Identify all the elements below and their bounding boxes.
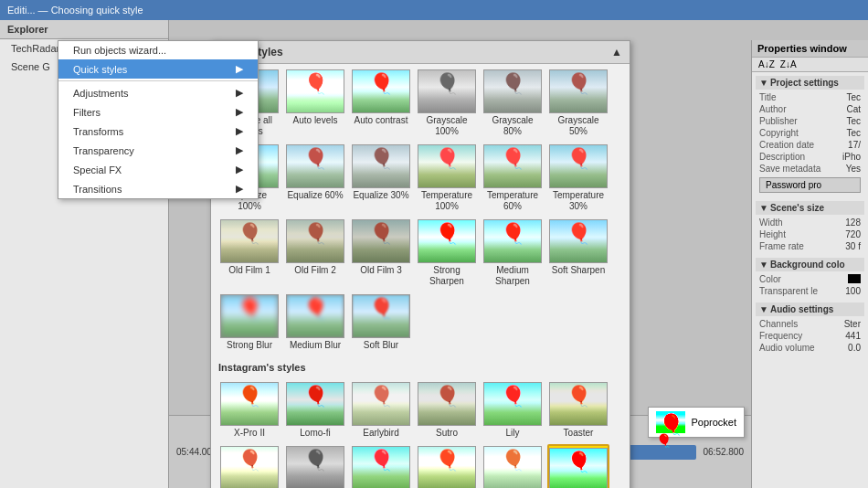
qs-label-soft-sharpen: Soft Sharpen xyxy=(552,265,605,276)
context-menu-item-filters[interactable]: Filters ▶ xyxy=(58,102,258,122)
qs-item-hefe[interactable]: Hefe xyxy=(416,444,478,488)
qs-label-grayscale100: Grayscale 100% xyxy=(418,115,476,137)
prop-label-copyright: Copyright xyxy=(759,128,799,138)
tooltip-label: Poprocket xyxy=(691,417,736,428)
qs-label-lomo-fi: Lomo-fi xyxy=(300,428,330,439)
prop-row-width: Width 128 xyxy=(756,217,864,228)
qs-item-toaster[interactable]: Toaster xyxy=(547,380,609,440)
qs-item-oldfilm1[interactable]: Old Film 1 xyxy=(218,217,281,289)
collapse-scenes-icon[interactable]: ▼ xyxy=(759,203,768,213)
sort-az-icon[interactable]: A↓Z xyxy=(756,59,778,69)
qs-thumb-soft-sharpen xyxy=(549,219,608,263)
qs-item-soft-sharpen[interactable]: Soft Sharpen xyxy=(547,217,609,289)
prop-row-channels: Channels Ster xyxy=(756,318,864,330)
context-menu-item-adjustments[interactable]: Adjustments ▶ xyxy=(58,83,258,102)
qs-thumb-equalize60 xyxy=(286,144,344,188)
qs-label-xpro2: X-Pro II xyxy=(234,428,265,439)
context-menu-item-transparency[interactable]: Transparency ▶ xyxy=(58,141,258,160)
prop-value-copyright: Tec xyxy=(846,128,861,138)
qs-thumb-sutro xyxy=(418,382,476,426)
qs-label-strong-blur: Strong Blur xyxy=(227,340,272,351)
qs-thumb-apollo xyxy=(483,446,542,488)
context-menu-item-run-objects[interactable]: Run objects wizard... xyxy=(58,41,258,59)
qs-item-equalize60[interactable]: Equalize 60% xyxy=(284,143,346,214)
qs-label-grayscale50: Grayscale 50% xyxy=(549,115,608,137)
collapse-bg-icon[interactable]: ▼ xyxy=(759,260,768,270)
quick-styles-header: Quick styles ▲ xyxy=(211,41,630,64)
qs-thumb-medium-blur xyxy=(286,294,344,338)
qs-label-sutro: Sutro xyxy=(436,428,458,439)
qs-item-oldfilm2[interactable]: Old Film 2 xyxy=(284,217,346,289)
qs-item-temp60[interactable]: Temperature 60% xyxy=(482,143,544,214)
qs-thumb-oldfilm3 xyxy=(352,219,410,263)
qs-item-sutro[interactable]: Sutro xyxy=(416,380,478,440)
qs-thumb-toaster xyxy=(549,382,608,426)
run-objects-label: Run objects wizard... xyxy=(73,45,166,56)
qs-item-earlybird[interactable]: Earlybird xyxy=(350,380,412,440)
arrow-icon: ▶ xyxy=(236,87,243,99)
qs-item-apollo[interactable]: Apollo xyxy=(482,444,544,488)
qs-item-oldfilm3[interactable]: Old Film 3 xyxy=(350,217,412,289)
context-menu-item-transforms[interactable]: Transforms ▶ xyxy=(58,122,258,141)
arrow-icon: ▶ xyxy=(236,106,243,118)
audio-settings-section: ▼ Audio settings Channels Ster Frequency… xyxy=(752,299,868,355)
qs-thumb-grayscale80 xyxy=(483,69,542,113)
qs-thumb-temp60 xyxy=(483,144,542,188)
password-pro-button[interactable]: Password pro xyxy=(759,177,861,193)
qs-item-strong-blur[interactable]: Strong Blur xyxy=(218,292,281,353)
qs-item-inkwell[interactable]: Inkwell xyxy=(284,444,346,488)
qs-thumb-temp100 xyxy=(418,144,476,188)
title-text: Editi... — Choosing quick style xyxy=(7,5,143,16)
prop-label-transparent: Transparent le xyxy=(759,286,818,296)
qs-thumb-earlybird xyxy=(352,382,410,426)
qs-item-lomo-fi[interactable]: Lomo-fi xyxy=(284,380,346,440)
prop-row-save-metadata: Save metadata Yes xyxy=(756,163,864,175)
prop-label-creation-date: Creation date xyxy=(759,140,814,150)
prop-row-frequency: Frequency 441 xyxy=(756,330,864,342)
qs-item-grayscale100[interactable]: Grayscale 100% xyxy=(416,68,478,139)
qs-item-soft-blur[interactable]: Soft Blur xyxy=(350,292,412,353)
qs-label-medium-sharpen: Medium Sharpen xyxy=(483,265,542,287)
qs-item-lily[interactable]: Lily xyxy=(482,380,544,440)
timeline-time2: 06:52.800 xyxy=(704,447,745,457)
qs-item-equalize30[interactable]: Equalize 30% xyxy=(350,143,412,214)
qs-label-oldfilm1: Old Film 1 xyxy=(228,265,270,276)
qs-thumb-brannan xyxy=(220,446,279,488)
qs-item-walden[interactable]: Walden xyxy=(350,444,412,488)
prop-value-title: Tec xyxy=(846,92,861,102)
qs-label-oldfilm2: Old Film 2 xyxy=(294,265,336,276)
qs-item-temp30[interactable]: Temperature 30% xyxy=(547,143,609,214)
qs-label-toaster: Toaster xyxy=(564,428,594,439)
qs-item-grayscale50[interactable]: Grayscale 50% xyxy=(547,68,609,139)
qs-item-strong-sharpen[interactable]: Strong Sharpen xyxy=(416,217,478,289)
scrollbar-up-icon[interactable]: ▲ xyxy=(611,46,622,58)
context-menu-item-transitions[interactable]: Transitions ▶ xyxy=(58,179,258,198)
quick-styles-label: Quick styles xyxy=(73,64,127,75)
qs-item-auto-levels[interactable]: Auto levels xyxy=(284,68,346,139)
qs-item-brannan[interactable]: Brannan xyxy=(218,444,281,488)
prop-value-transparent: 100 xyxy=(845,286,861,296)
collapse-icon[interactable]: ▼ xyxy=(759,78,768,88)
arrow-icon: ▶ xyxy=(236,125,243,137)
qs-item-auto-contrast[interactable]: Auto contrast xyxy=(350,68,412,139)
qs-item-grayscale80[interactable]: Grayscale 80% xyxy=(482,68,544,139)
prop-value-author: Cat xyxy=(846,104,861,114)
prop-row-author: Author Cat xyxy=(756,103,864,115)
prop-label-width: Width xyxy=(759,217,783,228)
context-menu-item-quick-styles[interactable]: Quick styles ▶ xyxy=(58,59,258,79)
prop-label-description: Description xyxy=(759,152,805,162)
qs-item-poprocket[interactable]: Poprocket xyxy=(547,444,609,488)
qs-label-equalize30: Equalize 30% xyxy=(353,190,408,201)
sort-za-icon[interactable]: Z↓A xyxy=(778,59,799,69)
context-menu: Run objects wizard... Quick styles ▶ Adj… xyxy=(58,40,259,199)
qs-item-temp100[interactable]: Temperature 100% xyxy=(416,143,478,214)
special-fx-label: Special FX xyxy=(73,164,122,175)
qs-item-xpro2[interactable]: X-Pro II xyxy=(218,380,281,440)
context-menu-item-special-fx[interactable]: Special FX ▶ xyxy=(58,160,258,179)
collapse-audio-icon[interactable]: ▼ xyxy=(759,304,768,314)
prop-value-height: 720 xyxy=(845,229,861,239)
prop-label-frame-rate: Frame rate xyxy=(759,241,804,251)
qs-item-medium-blur[interactable]: Medium Blur xyxy=(284,292,346,353)
prop-value-frequency: 441 xyxy=(845,331,861,341)
qs-item-medium-sharpen[interactable]: Medium Sharpen xyxy=(482,217,544,289)
